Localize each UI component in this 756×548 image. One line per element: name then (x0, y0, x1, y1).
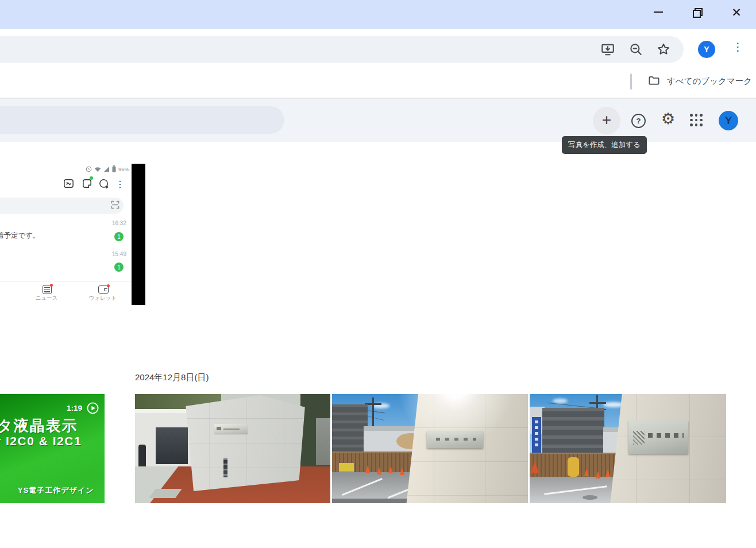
video-credit: YS電子工作デザイン (18, 485, 94, 496)
folder-icon (647, 74, 661, 87)
photos-app-header: + ? ⚙ Y (0, 99, 756, 142)
manhole (583, 495, 597, 500)
pole-crossarm (589, 402, 606, 404)
browser-toolbar: Y ⋮ (0, 29, 756, 65)
dark-building-layer (332, 404, 368, 453)
photo-thumbnail-2[interactable] (332, 394, 528, 503)
chat-preview-text: 着予定です。 (0, 231, 40, 241)
browser-profile-avatar[interactable]: Y (698, 41, 715, 58)
help-button[interactable]: ? (631, 114, 646, 128)
traffic-cone (400, 468, 404, 475)
news-badge-dot (50, 284, 53, 287)
wallet-tab-label: ウォレット (87, 295, 119, 302)
battery-icon (112, 165, 116, 172)
create-add-button[interactable]: + (593, 107, 620, 134)
minimize-button[interactable] (650, 3, 667, 21)
google-apps-grid-button[interactable] (690, 114, 703, 126)
side-panel-layer (316, 418, 330, 465)
traffic-cone (377, 467, 381, 474)
video-duration: 1:19 (67, 404, 82, 412)
window-title-bar: ✕ (0, 0, 756, 29)
tab-bar-divider (0, 281, 132, 281)
canopy-layer (135, 409, 194, 413)
zoom-out-icon[interactable] (628, 42, 643, 57)
minimize-icon (654, 11, 663, 13)
blue-banner (532, 417, 541, 453)
cloud (553, 399, 568, 403)
wallet-badge-dot (107, 284, 110, 287)
plaque-text-mark (436, 438, 476, 441)
create-button-tooltip: 写真を作成、追加する (562, 136, 647, 154)
video-meta: 1:19 (67, 402, 99, 415)
sign-logo-mark (217, 427, 221, 430)
close-icon: ✕ (731, 6, 742, 18)
close-button[interactable]: ✕ (728, 3, 745, 21)
screen: ✕ Y ⋮ すべてのブックマーク + ? ⚙ (0, 0, 756, 548)
photos-search-input[interactable] (0, 106, 284, 134)
bookmarks-bar: すべてのブックマーク (0, 65, 756, 99)
clock-icon (86, 166, 92, 172)
traffic-cone (596, 471, 600, 478)
address-bar[interactable] (0, 36, 684, 63)
line-search-bar (0, 198, 124, 214)
unread-badge: 1 (114, 232, 124, 241)
photos-profile-avatar[interactable]: Y (719, 111, 738, 130)
chat-time: 15:49 (107, 251, 126, 257)
screenshot-thumbnail[interactable]: 96% ⋮ 16:32 1 着予定です。 15:49 1 ニュース (0, 164, 145, 305)
sign-text-mark (223, 429, 240, 430)
bollard (223, 458, 227, 477)
install-app-icon[interactable] (600, 42, 615, 57)
photo-thumbnail-3[interactable] (530, 394, 726, 503)
plaque-logo-mark (633, 431, 645, 445)
settings-button[interactable]: ⚙ (661, 111, 675, 127)
line-menu-icon: ⋮ (115, 179, 125, 190)
unread-badge: 1 (114, 263, 124, 272)
restore-icon (693, 8, 701, 17)
play-icon (86, 402, 99, 415)
battery-percent: 96% (118, 166, 129, 172)
phone-status-bar: 96% (86, 165, 129, 172)
photo-thumbnail-1[interactable] (135, 394, 330, 503)
question-icon: ? (637, 117, 641, 125)
chat-time: 16:32 (107, 220, 126, 226)
traffic-cone (388, 466, 393, 473)
name-plaque (427, 431, 483, 448)
bookmarks-divider (630, 74, 632, 90)
browser-menu-icon[interactable]: ⋮ (732, 40, 743, 53)
video-title-line1: タ液晶表示 (0, 416, 78, 436)
all-bookmarks-button[interactable]: すべてのブックマーク (667, 76, 752, 87)
yellow-barrier (339, 463, 354, 472)
news-tab-label: ニュース (32, 295, 61, 302)
wallet-tab-icon (98, 285, 109, 294)
screenshot-letterbox (132, 164, 145, 305)
sticker-new-dot (90, 176, 93, 180)
sign-plate (214, 424, 248, 434)
restore-button[interactable] (688, 3, 705, 21)
banner-text-mark (535, 420, 538, 448)
new-chat-icon (98, 178, 110, 189)
yellow-guard (568, 457, 579, 477)
name-plaque (628, 420, 688, 454)
qr-scan-icon (111, 200, 119, 209)
date-header: 2024年12月8日(日) (135, 372, 209, 383)
traffic-cone (605, 469, 610, 477)
video-title-line2: r I2C0 & I2C1 (0, 434, 82, 448)
dark-building-layer (542, 408, 604, 455)
video-thumbnail[interactable]: 1:19 タ液晶表示 r I2C0 & I2C1 YS電子工作デザイン (0, 394, 105, 503)
traffic-cone (584, 469, 589, 476)
plaque-text-mark (648, 433, 684, 438)
wifi-icon (94, 166, 101, 172)
traffic-cone (365, 465, 370, 473)
bookmark-star-icon[interactable] (656, 42, 671, 57)
person-silhouette (138, 445, 146, 466)
news-tab-icon (43, 285, 52, 294)
plus-icon: + (602, 112, 611, 128)
doorway-layer (156, 427, 188, 464)
signal-icon (103, 166, 110, 172)
add-photo-icon (63, 178, 74, 189)
traffic-cone (531, 461, 539, 473)
